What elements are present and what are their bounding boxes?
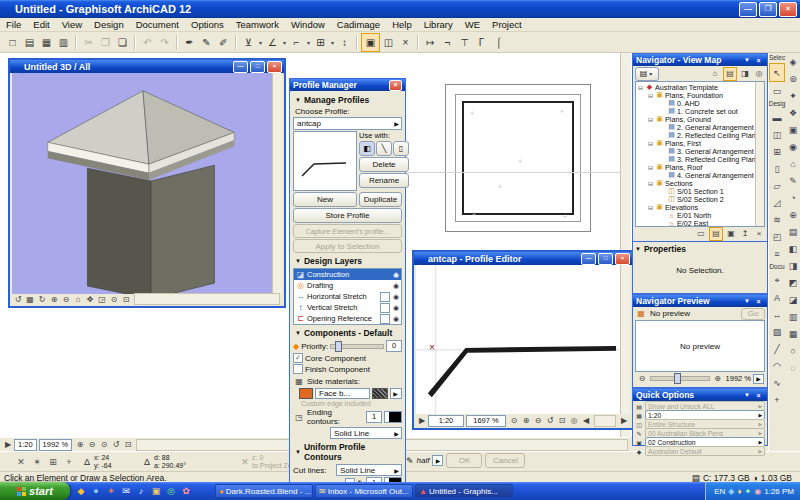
undo-icon[interactable]: ↶ xyxy=(139,34,156,51)
material-color-swatch[interactable] xyxy=(299,388,313,399)
palette-menu-icon[interactable]: ▼ xyxy=(744,57,750,63)
go-button[interactable]: Go xyxy=(741,308,765,320)
side-material-select[interactable]: Face b... xyxy=(315,388,370,399)
priority-slider[interactable] xyxy=(330,344,384,349)
relative-coords-icon[interactable]: ✕ xyxy=(14,455,28,469)
perspective-icon[interactable]: ▦ xyxy=(24,293,36,305)
tool-icon[interactable]: ▤ xyxy=(786,223,800,240)
language-indicator[interactable]: EN xyxy=(714,487,725,496)
view3d-canvas[interactable] xyxy=(12,73,273,294)
eyedropper-icon[interactable]: ✐ xyxy=(215,34,232,51)
tool-icon[interactable]: ◈ xyxy=(786,53,800,70)
user-origin-icon[interactable]: + xyxy=(62,455,76,469)
dropdown-arrow-icon[interactable]: ▾ xyxy=(305,39,312,46)
dropdown-arrow-icon[interactable]: ▾ xyxy=(257,39,264,46)
tracker-flyout-button[interactable]: ▶ xyxy=(432,455,443,466)
tool-icon[interactable]: ▥ xyxy=(786,308,800,325)
trace-reference-icon[interactable]: ◫ xyxy=(380,34,397,51)
zoom-out-icon[interactable]: ⊖ xyxy=(532,415,544,427)
zoom-in-icon[interactable]: ⊕ xyxy=(520,415,532,427)
quick-options-close-icon[interactable]: × xyxy=(753,392,764,399)
preview-zoom-slider[interactable] xyxy=(650,376,710,381)
menu-design[interactable]: Design xyxy=(88,19,130,30)
quicklaunch-icon-4[interactable]: ✉ xyxy=(119,486,133,496)
layer-row-horizontal-stretch[interactable]: ↔ Horizontal Stretch ◉ xyxy=(294,291,401,302)
priority-value[interactable]: 0 xyxy=(386,340,402,352)
inject-parameters-icon[interactable]: ✎ xyxy=(198,34,215,51)
finish-component-checkbox[interactable] xyxy=(293,364,303,374)
menu-file[interactable]: File xyxy=(0,19,27,30)
menu-view[interactable]: View xyxy=(56,19,88,30)
cut-line-type-select[interactable]: Solid Line ▶ xyxy=(336,464,402,476)
save-view-icon[interactable]: ▤ xyxy=(709,227,723,241)
copy-icon[interactable]: ❐ xyxy=(97,34,114,51)
orbit-right-icon[interactable]: ↻ xyxy=(36,293,48,305)
quicklaunch-icon-1[interactable]: ◆ xyxy=(74,486,88,496)
layer-row-drafting[interactable]: ◎ Drafting ◉ xyxy=(294,280,401,291)
minimize-button[interactable]: — xyxy=(739,2,757,17)
store-profile-button[interactable]: Store Profile xyxy=(293,208,402,223)
tray-icon-3[interactable]: ✦ xyxy=(745,487,752,496)
arrow-tool-icon[interactable]: ↖ xyxy=(769,63,785,82)
tool-icon[interactable]: ◪ xyxy=(786,291,800,308)
stair-tool-icon[interactable]: ≡ xyxy=(770,245,784,262)
uniform-contours-section-header[interactable]: ▼ Uniform Profile Contours xyxy=(295,442,402,462)
visibility-eye-icon[interactable]: ◉ xyxy=(393,315,399,323)
material-flyout-button[interactable]: ▶ xyxy=(390,388,402,399)
visibility-eye-icon[interactable]: ◉ xyxy=(393,282,399,290)
use-with-wall-icon[interactable]: ◧ xyxy=(359,141,375,156)
z-elevation-icon[interactable]: ✕ xyxy=(238,455,252,469)
zone-tool-icon[interactable]: ◰ xyxy=(770,228,784,245)
marquee-restrict-icon[interactable]: ⌐ xyxy=(288,34,305,51)
view3d-maximize-button[interactable]: □ xyxy=(250,61,265,73)
visibility-eye-icon[interactable]: ◉ xyxy=(393,304,399,312)
visibility-eye-icon[interactable]: ◉ xyxy=(393,271,399,279)
menu-teamwork[interactable]: Teamwork xyxy=(230,19,285,30)
tree-item-view[interactable]: ▤4. General Arrangement xyxy=(637,171,755,179)
quick-options-titlebar[interactable]: Quick Options ▼ × xyxy=(633,389,767,401)
layer-row-construction[interactable]: ◪ Construction ◉ xyxy=(294,269,401,280)
split-icon[interactable]: ¬ xyxy=(439,34,456,51)
quicklaunch-icon-7[interactable]: ◎ xyxy=(164,486,178,496)
look-to-icon[interactable]: ⊙ xyxy=(108,293,120,305)
distance-angle-box[interactable]: d: 88 a: 290.49° xyxy=(154,454,212,470)
task-button-browser[interactable]: ● Dark.Roasted.Blend - ... xyxy=(215,484,313,498)
menu-project[interactable]: Project xyxy=(486,19,528,30)
navigate-icon[interactable]: ⊡ xyxy=(120,293,132,305)
column-tool-icon[interactable]: ▯ xyxy=(770,160,784,177)
gravity-icon[interactable]: ↕ xyxy=(336,34,353,51)
view3d-vertical-scrollbar[interactable] xyxy=(272,73,282,294)
quick-option-dimensions[interactable]: ◆ Australian Default▶ xyxy=(635,447,765,455)
design-layers-section-header[interactable]: ▼ Design Layers xyxy=(295,256,402,266)
redo-icon[interactable]: ↷ xyxy=(156,34,173,51)
view3d-close-button[interactable]: × xyxy=(267,61,282,73)
tool-icon[interactable]: ▦ xyxy=(786,325,800,342)
tool-icon[interactable]: ◉ xyxy=(786,138,800,155)
plan-scale-box[interactable]: 1:20 xyxy=(14,439,37,451)
quick-option-structure[interactable]: ◫ Entire Structure▶ xyxy=(635,420,765,428)
navigator-close-icon[interactable]: × xyxy=(753,57,764,64)
menu-cadimage[interactable]: Cadimage xyxy=(331,19,386,30)
profile-editor-close-button[interactable]: × xyxy=(615,253,630,265)
fit-in-window-icon[interactable]: ⊡ xyxy=(556,415,568,427)
view3d-minimize-button[interactable]: — xyxy=(233,61,248,73)
dropdown-arrow-icon[interactable]: ▾ xyxy=(281,39,288,46)
rename-profile-button[interactable]: Rename xyxy=(359,173,409,188)
tool-icon[interactable]: ◌ xyxy=(786,359,800,376)
delta-ra-icon[interactable]: Δ xyxy=(140,455,154,469)
editor-zoom-box[interactable]: 1697 % xyxy=(466,415,506,427)
fit-in-window-icon[interactable]: ⊙ xyxy=(98,439,110,451)
profile-manager-titlebar[interactable]: Profile Manager × xyxy=(290,79,405,91)
profile-editor-titlebar[interactable]: antcap - Profile Editor — □ × xyxy=(414,252,632,265)
label-tool-icon[interactable]: ↔ xyxy=(770,306,784,323)
publisher-icon[interactable]: ◎ xyxy=(753,68,765,80)
use-with-beam-icon[interactable]: ╲ xyxy=(376,141,392,156)
menu-window[interactable]: Window xyxy=(285,19,331,30)
material-pattern-box[interactable] xyxy=(372,388,388,399)
menu-we[interactable]: WE xyxy=(459,19,486,30)
quicklaunch-icon-3[interactable]: ✶ xyxy=(104,486,118,496)
quick-option-scale[interactable]: ▦ 1:20▶ xyxy=(635,411,765,419)
paste-icon[interactable]: ❏ xyxy=(114,34,131,51)
editor-horizontal-scrollbar[interactable] xyxy=(594,415,616,427)
properties-section-header[interactable]: ▼ Properties xyxy=(635,244,767,254)
